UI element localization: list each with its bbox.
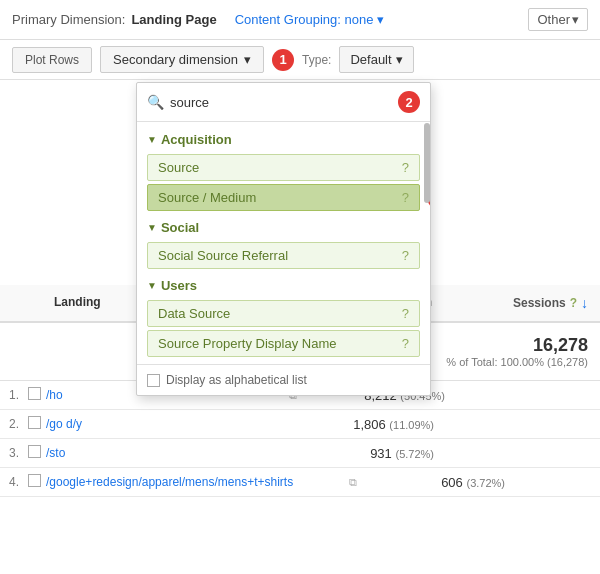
dim-source[interactable]: Source ? [147,154,420,181]
external-link-icon: ⧉ [349,476,357,489]
dim-source-medium[interactable]: Source / Medium ? 3 [147,184,420,211]
plot-rows-button[interactable]: Plot Rows [12,47,92,73]
content-grouping-link[interactable]: Content Grouping: none [235,12,384,27]
secondary-dimension-button[interactable]: Secondary dimension [100,46,264,73]
type-dropdown[interactable]: Default [339,46,413,73]
source-medium-help-icon: ? [402,190,409,205]
row-link[interactable]: /sto [46,444,286,462]
alphabetical-checkbox[interactable] [147,374,160,387]
category-acquisition[interactable]: ▼ Acquisition [137,126,430,151]
search-icon: 🔍 [147,94,164,110]
row-sessions: 931 (5.72%) [286,446,446,461]
acquisition-arrow: ▼ [147,134,157,145]
secondary-dimension-panel: 🔍 2 ▼ Acquisition Source ? Source / Medi… [136,82,431,396]
row-sessions: 1,806 (11.09%) [286,417,446,432]
other-chevron [572,12,579,27]
sessions-sort-arrow[interactable]: ↓ [581,295,588,311]
category-social[interactable]: ▼ Social [137,214,430,239]
social-source-referral-help-icon: ? [402,248,409,263]
row-checkbox[interactable] [28,445,46,461]
col-sessions: Sessions ? ↓ [440,291,600,315]
row-sessions: 606 (3.72%) [357,475,517,490]
primary-dim-label: Primary Dimension: [12,12,125,27]
alphabetical-row: Display as alphabetical list [137,364,430,395]
secondary-dim-chevron [244,52,251,67]
row-num: 4. [0,475,28,489]
source-help-icon: ? [402,160,409,175]
toolbar: Plot Rows Secondary dimension 1 Type: De… [0,40,600,80]
primary-dimension-bar: Primary Dimension: Landing Page Content … [0,0,600,40]
badge-2: 2 [398,91,420,113]
dim-source-property-label: Source Property Display Name [158,336,336,351]
table-row: 3. /sto 931 (5.72%) [0,439,600,468]
row-link[interactable]: /google+redesign/apparel/mens/mens+t+shi… [46,473,346,491]
users-label: Users [161,278,197,293]
total-pct: % of Total: 100.00% (16,278) [407,356,588,368]
row-checkbox[interactable] [28,416,46,432]
badge-1: 1 [272,49,294,71]
sessions-help-icon: ? [570,296,577,310]
alphabetical-label: Display as alphabetical list [166,373,307,387]
dim-data-source-label: Data Source [158,306,230,321]
dim-source-label: Source [158,160,199,175]
dimension-list: ▼ Acquisition Source ? Source / Medium ?… [137,122,430,364]
source-property-help-icon: ? [402,336,409,351]
row-checkbox[interactable] [28,474,46,490]
total-sessions: 16,278 % of Total: 100.00% (16,278) [407,331,600,372]
dim-source-medium-label: Source / Medium [158,190,256,205]
social-label: Social [161,220,199,235]
type-label: Type: [302,53,331,67]
dim-social-source-referral-label: Social Source Referral [158,248,288,263]
default-chevron [396,52,403,67]
primary-dim-value: Landing Page [131,12,216,27]
scroll-indicator [424,123,430,203]
row-link[interactable]: /go d/y [46,415,286,433]
data-source-help-icon: ? [402,306,409,321]
other-button[interactable]: Other [528,8,588,31]
table-row: 4. /google+redesign/apparel/mens/mens+t+… [0,468,600,497]
row-checkbox[interactable] [28,387,46,403]
search-input[interactable] [170,95,392,110]
row-num: 2. [0,417,28,431]
row-num: 3. [0,446,28,460]
dim-data-source[interactable]: Data Source ? [147,300,420,327]
table-row: 2. /go d/y 1,806 (11.09%) [0,410,600,439]
acquisition-label: Acquisition [161,132,232,147]
search-row: 🔍 2 [137,83,430,122]
users-arrow: ▼ [147,280,157,291]
content-grouping-chevron [377,12,384,27]
dim-source-property[interactable]: Source Property Display Name ? [147,330,420,357]
category-users[interactable]: ▼ Users [137,272,430,297]
social-arrow: ▼ [147,222,157,233]
row-num: 1. [0,388,28,402]
dim-social-source-referral[interactable]: Social Source Referral ? [147,242,420,269]
